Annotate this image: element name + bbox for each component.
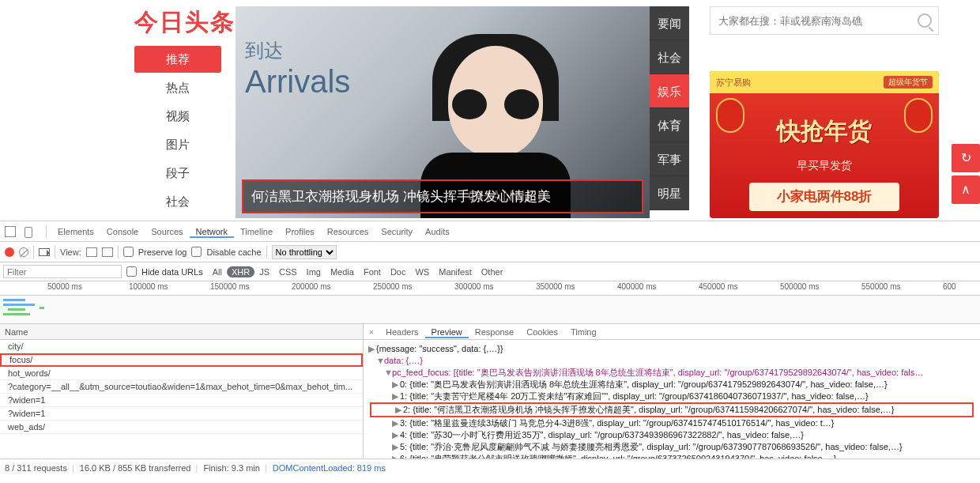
view-label: View: [60, 247, 81, 257]
timeline-tick: 100000 ms [129, 282, 168, 291]
detail-subtab[interactable]: Response [469, 327, 521, 337]
hide-dataurl-checkbox[interactable] [126, 266, 137, 277]
detail-subtab[interactable]: Preview [425, 327, 469, 338]
timeline-tick: 150000 ms [210, 282, 249, 291]
disable-cache-label: Disable cache [206, 247, 261, 257]
json-row[interactable]: ▶0: {title: "奥巴马发表告别演讲泪洒现场 8年总统生涯将结束", d… [368, 379, 975, 391]
filter-type-chip[interactable]: CSS [274, 266, 302, 277]
leftnav-item[interactable]: 社会 [134, 188, 221, 215]
rightnav-item[interactable]: 娱乐 [650, 74, 689, 108]
detail-subtab[interactable]: Headers [379, 327, 425, 337]
right-nav: 要闻社会娱乐体育军事明星 [650, 6, 689, 210]
timeline-overview[interactable] [0, 296, 980, 324]
ad-brand: 苏宁易购 [716, 77, 751, 89]
leftnav-item[interactable]: 热点 [134, 74, 221, 101]
screenshot-icon[interactable] [39, 248, 50, 256]
filter-type-chip[interactable]: Media [326, 266, 359, 277]
site-logo[interactable]: 今日头条 [134, 6, 236, 39]
devtools-tab[interactable]: Profiles [279, 227, 321, 236]
timeline-tick: 200000 ms [292, 282, 330, 291]
search-icon[interactable] [918, 13, 932, 28]
detail-subtab[interactable]: Cookies [520, 327, 564, 337]
device-icon[interactable] [22, 226, 35, 237]
hero-carousel[interactable]: 到达 Arrivals CHANNEL 何洁黑卫衣潮搭现身机场 冲镜头挥手撩发心… [236, 6, 650, 218]
devtools-tabs: ElementsConsoleSourcesNetworkTimelinePro… [0, 221, 980, 242]
devtools-tab[interactable]: Audits [419, 227, 456, 236]
devtools-tab[interactable]: Sources [145, 227, 189, 236]
name-column-header[interactable]: Name [0, 324, 363, 340]
detail-subtab[interactable]: Timing [564, 327, 603, 337]
devtools-tab[interactable]: Security [375, 227, 419, 236]
devtools-tab[interactable]: Network [190, 227, 234, 238]
hero-caption: 何洁黑卫衣潮搭现身机场 冲镜头挥手撩发心情超美 [242, 179, 643, 213]
json-row[interactable]: ▶6: {title: "冉莹颖获老公邹市明送玫瑰嘟嘴撒娇", display_… [368, 453, 975, 458]
view-large-icon[interactable] [86, 247, 97, 257]
json-row[interactable]: ▶2: {title: "何洁黑卫衣潮搭现身机场 冲镜头挥手撩发心情超美", d… [370, 402, 974, 417]
filter-type-chip[interactable]: All [208, 266, 227, 277]
filter-input[interactable] [3, 265, 122, 278]
ad-banner[interactable]: 苏宁易购超级年货节 快抢年货 早买早发货 小家电两件88折 [710, 71, 939, 218]
timeline-tick: 450000 ms [699, 282, 737, 291]
request-row[interactable]: ?widen=1 [0, 407, 363, 421]
request-row[interactable]: web_ads/ [0, 421, 363, 434]
filter-type-chip[interactable]: JS [254, 266, 274, 277]
leftnav-item[interactable]: 推荐 [134, 46, 221, 73]
devtools-tab[interactable]: Elements [51, 227, 100, 236]
status-domcontentloaded: DOMContentLoaded: 819 ms [273, 463, 386, 473]
rightnav-item[interactable]: 军事 [650, 142, 689, 176]
status-finish: Finish: 9.3 min [203, 463, 260, 473]
filter-type-chip[interactable]: Other [477, 266, 508, 277]
rightnav-item[interactable]: 体育 [650, 108, 689, 142]
top-fab[interactable]: ∧ [952, 175, 980, 204]
disable-cache-checkbox[interactable] [191, 247, 202, 257]
status-bar: 8 / 311 requests| 16.0 KB / 855 KB trans… [0, 458, 980, 476]
ad-slogan: 超级年货节 [884, 76, 933, 89]
filter-type-chip[interactable]: Manifest [434, 266, 477, 277]
close-detail-icon[interactable]: × [364, 327, 379, 337]
json-row[interactable]: ▶5: {title: "乔治·克鲁尼风度翩翩帅气不减 与娇妻搂腰亮相秀恩爱",… [368, 441, 975, 453]
hide-dataurl-label: Hide data URLs [141, 267, 203, 277]
timeline-ruler: 50000 ms100000 ms150000 ms200000 ms25000… [0, 281, 980, 296]
devtools-tab[interactable]: Resources [321, 227, 375, 236]
view-small-icon[interactable] [102, 247, 113, 257]
filter-type-chip[interactable]: Doc [386, 266, 411, 277]
request-row[interactable]: focus/ [0, 353, 363, 367]
leftnav-item[interactable]: 视频 [134, 103, 221, 130]
timeline-tick: 600 [943, 282, 956, 291]
preserve-log-checkbox[interactable] [123, 247, 134, 257]
request-row[interactable]: ?widen=1 [0, 394, 363, 407]
search-box[interactable] [710, 6, 939, 35]
json-preview[interactable]: ▶{message: "success", data: {,…}} ▼data:… [364, 340, 980, 458]
refresh-fab[interactable]: ↻ [952, 144, 980, 172]
filter-type-chip[interactable]: WS [410, 266, 434, 277]
filter-type-chip[interactable]: Font [359, 266, 386, 277]
filter-type-chip[interactable]: Img [302, 266, 326, 277]
json-row[interactable]: ▶1: {title: "夫妻苦守烂尾楼4年 20万工资未结"有家难回"", d… [368, 391, 975, 402]
json-row[interactable]: ▶4: {title: "苏30一小时飞行费用近35万", display_ur… [368, 429, 975, 441]
record-icon[interactable] [5, 247, 14, 257]
rightnav-item[interactable]: 明星 [650, 176, 689, 210]
request-row[interactable]: ?category=__all__&utm_source=toutiao&wid… [0, 380, 363, 394]
throttling-select[interactable]: No throttling [272, 245, 337, 259]
clear-icon[interactable] [19, 247, 28, 257]
devtools-tab[interactable]: Timeline [234, 227, 279, 236]
json-row[interactable]: ▶3: {title: "格里兹曼连续3场破门 马竞总分4-3进8强", dis… [368, 417, 975, 429]
timeline-tick: 550000 ms [861, 282, 900, 291]
timeline-tick: 400000 ms [617, 282, 656, 291]
timeline-tick: 50000 ms [47, 282, 82, 291]
inspect-icon[interactable] [5, 226, 16, 237]
filter-type-chip[interactable]: XHR [227, 266, 254, 277]
rightnav-item[interactable]: 要闻 [650, 6, 689, 40]
request-list: Name city/focus/hot_words/?category=__al… [0, 324, 364, 458]
request-row[interactable]: city/ [0, 340, 363, 353]
search-input[interactable] [710, 7, 908, 34]
leftnav-item[interactable]: 段子 [134, 160, 221, 187]
rightnav-item[interactable]: 社会 [650, 40, 689, 74]
ad-coupon: 小家电两件88折 [749, 183, 899, 211]
leftnav-item[interactable]: 图片 [134, 131, 221, 158]
ad-subtext: 早买早发货 [710, 159, 939, 173]
request-row[interactable]: hot_words/ [0, 367, 363, 380]
network-filter-bar: Hide data URLs AllXHRJSCSSImgMediaFontDo… [0, 262, 980, 281]
hero-bg-sign: 到达 Arrivals [245, 28, 350, 100]
devtools-tab[interactable]: Console [100, 227, 145, 236]
